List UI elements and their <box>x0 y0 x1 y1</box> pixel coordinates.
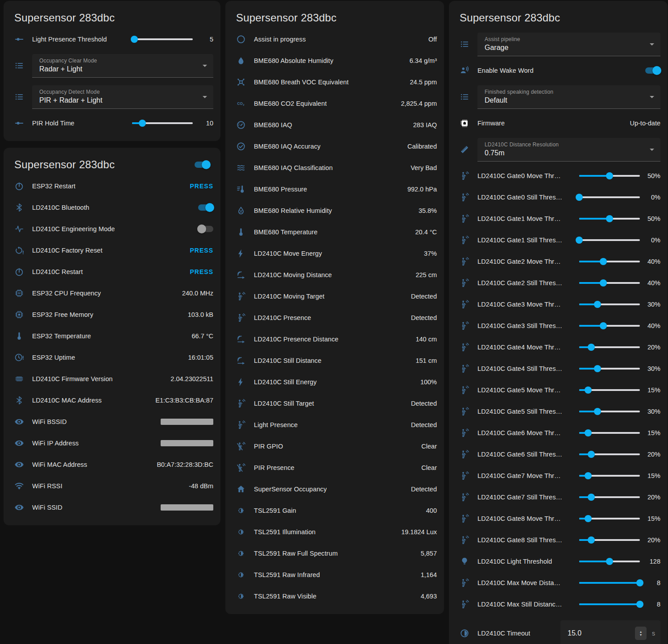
slider-thumb[interactable] <box>606 172 613 179</box>
slider-thumb[interactable] <box>585 472 592 479</box>
entity-label: BME680 CO2 Equivalent <box>254 100 327 107</box>
ld2410c-max-still-distanc-slider[interactable] <box>579 601 640 608</box>
slider-thumb[interactable] <box>139 120 146 127</box>
light-presence-threshold-slider[interactable] <box>132 36 193 43</box>
row-ld2410c-mac-address: LD2410C MAC AddressE1:C3:B3:CB:BA:87 <box>11 390 213 411</box>
entity-label: Firmware <box>477 120 505 127</box>
ld2410c-gate3-still-thres-slider[interactable] <box>579 322 640 329</box>
ld2410c-gate4-still-thres-slider[interactable] <box>579 365 640 372</box>
slider-thumb[interactable] <box>588 344 595 351</box>
ld2410c-timeout-number-input[interactable]: 15.0▴▾s <box>560 620 660 644</box>
ld2410c-distance-resolution-select[interactable]: LD2410C Distance Resolution0.75m <box>477 138 660 162</box>
redacted-value <box>161 419 213 425</box>
ld2410c-factory-reset-press-button[interactable]: PRESS <box>190 247 213 254</box>
ld2410c-light-threshold-slider[interactable] <box>579 558 640 565</box>
slider-thumb[interactable] <box>600 279 607 287</box>
slider-track[interactable] <box>132 38 193 40</box>
number-value[interactable]: 15.0 <box>568 629 635 637</box>
row-tsl2591-raw-full-spectrum: TSL2591 Raw Full Spectrum5,857 <box>232 543 437 564</box>
number-stepper[interactable]: ▴▾ <box>635 627 647 640</box>
entity-value: 50% <box>640 215 660 222</box>
finished-speaking-detection-select[interactable]: Finished speaking detectionDefault <box>477 85 660 109</box>
row-wifi-rssi: WiFi RSSI-48 dBm <box>11 475 213 497</box>
entity-label: BME680 IAQ Classification <box>254 164 333 171</box>
entity-value: 283 IAQ <box>408 121 437 129</box>
pir-hold-time-slider[interactable] <box>132 120 193 127</box>
entity-label: LD2410C Light Threshold <box>477 558 574 565</box>
bluetooth-icon <box>14 203 32 212</box>
ld2410c-gate7-still-thres-slider[interactable] <box>579 494 640 501</box>
entity-value: 50% <box>640 172 660 179</box>
row-wifi-ssid: WiFi SSID <box>11 497 213 518</box>
slider-thumb[interactable] <box>636 601 643 608</box>
ld2410c-engineering-mode-switch[interactable] <box>198 226 213 232</box>
slider-thumb[interactable] <box>636 579 643 586</box>
ld2410c-gate7-move-thr-slider[interactable] <box>579 472 640 479</box>
entity-value: 19.1824 Lux <box>396 528 437 536</box>
ld2410c-gate4-move-thr-slider[interactable] <box>579 344 640 351</box>
motion-icon <box>460 257 477 266</box>
card-header-switch[interactable] <box>195 162 210 168</box>
slider-thumb[interactable] <box>585 386 592 394</box>
ld2410c-gate5-still-thres-slider[interactable] <box>579 408 640 415</box>
slider-thumb[interactable] <box>576 237 583 244</box>
ld2410c-gate5-move-thr-slider[interactable] <box>579 386 640 394</box>
slider-thumb[interactable] <box>600 258 607 265</box>
enable-wake-word-switch[interactable] <box>645 67 660 74</box>
slider-thumb[interactable] <box>606 215 613 222</box>
select-label: LD2410C Distance Resolution <box>485 141 644 148</box>
switch-thumb <box>652 66 661 75</box>
occupancy-detect-mode-select[interactable]: Occupancy Detect ModePIR + Radar + Light <box>32 85 213 109</box>
esp32-restart-press-button[interactable]: PRESS <box>190 183 213 190</box>
slider-thumb[interactable] <box>594 301 601 308</box>
chevron-down-icon <box>650 43 654 46</box>
ld2410c-gate1-move-thr-slider[interactable] <box>579 215 640 222</box>
motion-icon <box>460 449 477 459</box>
entity-label: LD2410C Moving Distance <box>254 271 332 278</box>
entity-label: TSL2591 Illumination <box>254 528 315 536</box>
redacted-value <box>161 504 213 511</box>
ld2410c-restart-press-button[interactable]: PRESS <box>190 268 213 275</box>
ld2410c-bluetooth-switch[interactable] <box>198 204 213 211</box>
ld2410c-gate1-still-thres-slider[interactable] <box>579 237 640 244</box>
entity-label: WiFi BSSID <box>32 418 67 425</box>
entity-value: 40% <box>640 258 660 265</box>
slider-track[interactable] <box>579 239 640 241</box>
entity-value: 20.4 °C <box>410 229 437 236</box>
slider-thumb[interactable] <box>588 536 595 544</box>
ld2410c-gate0-still-thres-slider[interactable] <box>579 194 640 201</box>
entity-label: Assist in progress <box>254 36 306 43</box>
slider-thumb[interactable] <box>594 365 601 372</box>
power-icon <box>14 267 32 277</box>
ld2410c-gate2-still-thres-slider[interactable] <box>579 279 640 287</box>
entity-label: LD2410C Gate7 Move Thr… <box>477 472 574 479</box>
ld2410c-gate3-move-thr-slider[interactable] <box>579 301 640 308</box>
ld2410c-gate8-still-thres-slider[interactable] <box>579 536 640 544</box>
slider-thumb[interactable] <box>606 558 613 565</box>
ld2410c-gate6-still-thres-slider[interactable] <box>579 451 640 458</box>
occupancy-clear-mode-select[interactable]: Occupancy Clear ModeRadar + Light <box>32 54 213 78</box>
entity-label: ESP32 Restart <box>32 183 75 190</box>
entity-label: LD2410C Gate4 Still Thres… <box>477 365 574 372</box>
row-light-presence: Light PresenceDetected <box>232 414 437 436</box>
ld2410c-gate6-move-thr-slider[interactable] <box>579 429 640 436</box>
select-value: Radar + Light <box>39 65 197 73</box>
slider-thumb[interactable] <box>600 322 607 329</box>
ld2410c-gate2-move-thr-slider[interactable] <box>579 258 640 265</box>
assist-pipeline-select[interactable]: Assist pipelineGarage <box>477 33 660 56</box>
slider-track[interactable] <box>579 196 640 198</box>
entity-label: LD2410C Still Distance <box>254 357 321 364</box>
slider-thumb[interactable] <box>131 36 138 43</box>
slider-thumb[interactable] <box>588 494 595 501</box>
entity-label: PIR GPIO <box>254 443 283 450</box>
slider-thumb[interactable] <box>588 451 595 458</box>
redacted-value <box>161 440 213 446</box>
slider-thumb[interactable] <box>585 515 592 522</box>
ld2410c-max-move-dista-slider[interactable] <box>579 579 640 586</box>
ld2410c-gate0-move-thr-slider[interactable] <box>579 172 640 179</box>
ld2410c-gate8-move-thr-slider[interactable] <box>579 515 640 522</box>
row-ld2410c-distance-resolution: LD2410C Distance Resolution0.75m <box>456 134 660 165</box>
slider-thumb[interactable] <box>594 408 601 415</box>
slider-thumb[interactable] <box>585 429 592 436</box>
slider-thumb[interactable] <box>576 194 583 201</box>
